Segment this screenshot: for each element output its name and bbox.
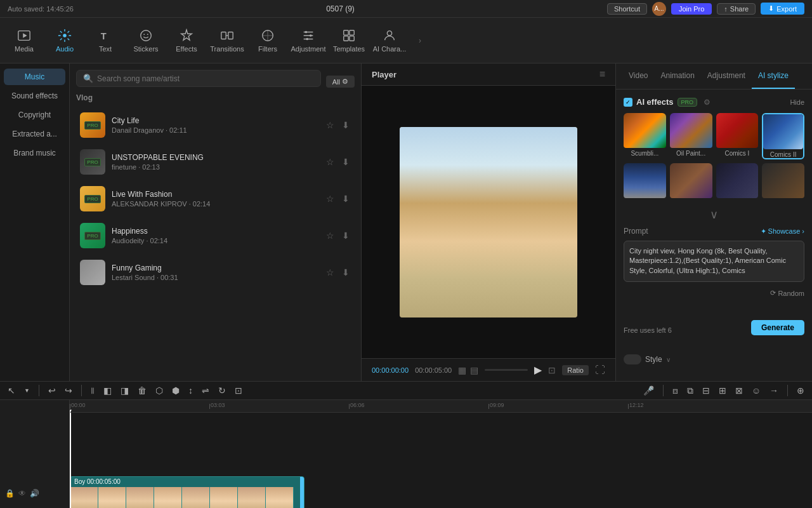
effect-card[interactable] [762,163,804,200]
download-button[interactable]: ⬇ [341,156,351,168]
ungroup-button[interactable]: ⬢ [169,384,182,397]
share-button[interactable]: ↑ Share [717,3,756,15]
left-sidebar: Music Sound effects Copyright Extracted … [0,64,70,381]
tool-adjustment[interactable]: Adjustment [289,20,327,61]
fullscreen-button[interactable]: ⛶ [595,364,605,376]
select-tool-button[interactable]: ↖ [5,384,18,397]
random-button[interactable]: ⟳ Random [770,289,804,297]
sidebar-item-brand-music[interactable]: Brand music [4,145,65,161]
emoji-button[interactable]: ☺ [749,384,763,397]
list-view-button[interactable]: ▤ [470,365,478,375]
visibility-button[interactable]: 👁 [18,489,26,498]
shortcut-button[interactable]: Shortcut [607,3,647,15]
filters-icon [261,29,275,43]
sidebar-item-copyright[interactable]: Copyright [4,107,65,123]
favorite-button[interactable]: ☆ [325,266,336,279]
generate-button[interactable]: Generate [751,320,804,335]
favorite-button[interactable]: ☆ [325,119,336,131]
player-menu-icon[interactable]: ≡ [599,69,605,80]
all-filter-button[interactable]: All ⚙ [326,76,355,88]
flip-button[interactable]: ⇌ [199,384,212,397]
sidebar-item-extracted[interactable]: Extracted a... [4,126,65,142]
favorite-button[interactable]: ☆ [325,229,336,242]
clip-speed-button[interactable]: ⧈ [670,384,681,398]
group-button[interactable]: ⬡ [153,384,166,397]
effect-card[interactable]: Oil Paint... [670,113,712,159]
download-button[interactable]: ⬇ [341,266,351,279]
record-button[interactable]: 🎤 [641,384,657,397]
pip-button[interactable]: ⊞ [716,384,729,397]
trim-left-button[interactable]: ◧ [101,384,114,397]
zoom-timeline-button[interactable]: ⊕ [794,384,807,397]
svg-point-2 [63,34,67,37]
clip-audio-button[interactable]: ⧉ [684,384,696,398]
play-button[interactable]: ▶ [534,364,542,376]
tool-stickers[interactable]: Stickers [127,20,165,61]
download-button[interactable]: ⬇ [341,229,351,242]
showcase-button[interactable]: ✦ Showcase › [761,227,804,236]
effect-card[interactable] [624,163,666,200]
style-toggle[interactable] [624,354,641,364]
zoom-fit-button[interactable]: ⊡ [548,365,556,375]
effect-card[interactable]: Comics I [716,113,759,159]
video-clip[interactable]: Boy 00:00:05:00 [70,476,304,508]
tool-transitions[interactable]: Transitions [208,20,246,61]
download-button[interactable]: ⬇ [341,192,351,205]
tab-video[interactable]: Video [622,64,654,89]
effect-card[interactable] [716,163,759,200]
clip-resize-handle[interactable] [300,477,304,508]
sidebar-item-sound-effects[interactable]: Sound effects [4,88,65,104]
tool-media[interactable]: Media [5,20,43,61]
tool-ai-chara[interactable]: AI Chara... [370,20,409,61]
delete-button[interactable]: 🗑 [135,384,149,397]
toolbar-expand-button[interactable]: › [414,36,426,45]
split-button[interactable]: ⦀ [88,384,97,398]
favorite-button[interactable]: ☆ [325,192,336,205]
freeze-button[interactable]: ⊠ [733,384,745,397]
tool-templates[interactable]: Templates [330,20,368,61]
detach-audio-button[interactable]: ↕ [186,384,195,397]
select-dropdown-button[interactable]: ▼ [22,386,32,395]
effect-card[interactable]: Scumbli... [624,113,666,159]
trim-right-button[interactable]: ◨ [118,384,131,397]
tool-text[interactable]: T Text [86,20,124,61]
download-button[interactable]: ⬇ [341,119,351,131]
export-button[interactable]: ⬇ Export [761,3,804,15]
style-expand-icon[interactable]: ∨ [666,356,671,363]
favorite-button[interactable]: ☆ [325,156,336,168]
join-pro-button[interactable]: Join Pro [671,3,712,15]
list-item[interactable]: PRO Happiness Audiodeity · 02:14 ☆ ⬇ [76,218,355,253]
redo-button[interactable]: ↪ [62,384,75,397]
effect-card[interactable]: Comics II [762,113,804,159]
list-item[interactable]: PRO City Life Danail Draganov · 02:11 ☆ … [76,107,355,143]
tool-audio[interactable]: Audio [46,20,84,61]
grid-view-button[interactable]: ▦ [458,365,466,375]
ai-effects-checkbox[interactable] [624,98,632,107]
search-input[interactable] [97,74,314,83]
marker-label: 03:03 [211,402,225,408]
audio-track-button[interactable]: 🔊 [30,489,39,498]
effect-card[interactable] [670,163,712,200]
list-item[interactable]: PRO UNSTOPPABLE EVENING finetune · 02:13… [76,144,355,180]
lock-track-button[interactable]: 🔒 [5,489,15,498]
tab-adjustment[interactable]: Adjustment [701,64,752,89]
tab-ai-stylize[interactable]: AI stylize [752,64,795,89]
progress-bar[interactable] [485,369,528,371]
list-item[interactable]: Funny Gaming Lestari Sound · 00:31 ☆ ⬇ [76,255,355,290]
prompt-textarea[interactable] [624,241,804,282]
playhead[interactable] [70,413,71,508]
settings-icon: ⚙ [704,98,710,107]
sidebar-item-music[interactable]: Music [4,69,65,85]
more-button[interactable]: → [767,384,781,397]
tab-animation[interactable]: Animation [654,64,700,89]
more-effects-button[interactable]: ∨ [624,208,804,222]
rotate-button[interactable]: ↻ [216,384,228,397]
ratio-button[interactable]: Ratio [562,365,589,375]
split-screen-button[interactable]: ⊟ [700,384,712,397]
tool-effects[interactable]: Effects [167,20,206,61]
tool-filters[interactable]: Filters [249,20,287,61]
list-item[interactable]: PRO Live With Fashion ALEKSANDAR KIPROV … [76,181,355,217]
undo-button[interactable]: ↩ [46,384,58,397]
crop-button[interactable]: ⊡ [232,384,245,397]
hide-button[interactable]: Hide [790,98,804,106]
